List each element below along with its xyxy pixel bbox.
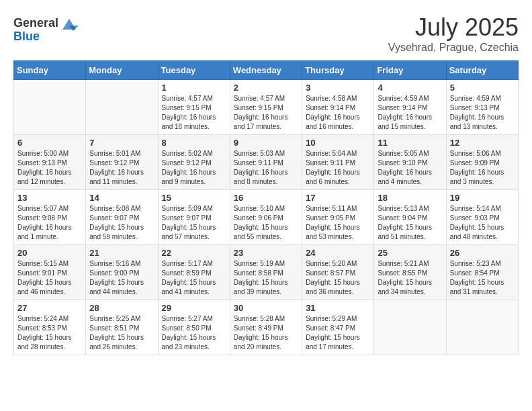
day-info: Sunrise: 5:01 AM Sunset: 9:12 PM Dayligh… xyxy=(89,149,154,187)
day-number: 8 xyxy=(162,138,226,148)
day-number: 27 xyxy=(17,303,82,313)
day-number: 15 xyxy=(162,193,226,203)
calendar-day-cell: 6Sunrise: 5:00 AM Sunset: 9:13 PM Daylig… xyxy=(14,135,86,190)
calendar-day-cell xyxy=(446,300,518,355)
day-info: Sunrise: 5:07 AM Sunset: 9:08 PM Dayligh… xyxy=(17,204,82,242)
day-number: 16 xyxy=(234,193,298,203)
calendar-day-cell: 18Sunrise: 5:13 AM Sunset: 9:04 PM Dayli… xyxy=(374,190,446,245)
day-header-monday: Monday xyxy=(86,61,158,80)
day-number: 12 xyxy=(450,138,515,148)
day-number: 2 xyxy=(234,83,298,93)
day-number: 1 xyxy=(162,83,226,93)
calendar-day-cell: 7Sunrise: 5:01 AM Sunset: 9:12 PM Daylig… xyxy=(86,135,158,190)
day-number: 14 xyxy=(89,193,154,203)
day-info: Sunrise: 5:04 AM Sunset: 9:11 PM Dayligh… xyxy=(306,149,370,187)
day-number: 17 xyxy=(306,193,370,203)
day-info: Sunrise: 4:58 AM Sunset: 9:14 PM Dayligh… xyxy=(306,94,370,132)
day-info: Sunrise: 5:05 AM Sunset: 9:10 PM Dayligh… xyxy=(378,149,442,187)
day-number: 6 xyxy=(17,138,82,148)
day-info: Sunrise: 5:08 AM Sunset: 9:07 PM Dayligh… xyxy=(89,204,154,242)
day-number: 28 xyxy=(89,303,154,313)
day-number: 20 xyxy=(17,248,82,258)
day-number: 29 xyxy=(162,303,226,313)
calendar-week-row: 27Sunrise: 5:24 AM Sunset: 8:53 PM Dayli… xyxy=(14,300,519,355)
day-info: Sunrise: 4:57 AM Sunset: 9:15 PM Dayligh… xyxy=(162,94,226,132)
calendar-day-cell: 17Sunrise: 5:11 AM Sunset: 9:05 PM Dayli… xyxy=(302,190,374,245)
day-number: 26 xyxy=(450,248,515,258)
calendar-day-cell: 20Sunrise: 5:15 AM Sunset: 9:01 PM Dayli… xyxy=(14,245,86,300)
day-header-wednesday: Wednesday xyxy=(230,61,302,80)
day-number: 11 xyxy=(378,138,442,148)
day-info: Sunrise: 5:02 AM Sunset: 9:12 PM Dayligh… xyxy=(162,149,226,187)
calendar-day-cell: 12Sunrise: 5:06 AM Sunset: 9:09 PM Dayli… xyxy=(446,135,518,190)
calendar-header-row: SundayMondayTuesdayWednesdayThursdayFrid… xyxy=(14,61,519,80)
day-info: Sunrise: 5:09 AM Sunset: 9:07 PM Dayligh… xyxy=(162,204,226,242)
day-header-sunday: Sunday xyxy=(14,61,86,80)
day-number: 23 xyxy=(234,248,298,258)
day-info: Sunrise: 4:59 AM Sunset: 9:14 PM Dayligh… xyxy=(378,94,442,132)
calendar-day-cell: 11Sunrise: 5:05 AM Sunset: 9:10 PM Dayli… xyxy=(374,135,446,190)
calendar-day-cell xyxy=(86,80,158,135)
calendar-week-row: 13Sunrise: 5:07 AM Sunset: 9:08 PM Dayli… xyxy=(14,190,519,245)
day-number: 31 xyxy=(306,303,370,313)
calendar-day-cell: 8Sunrise: 5:02 AM Sunset: 9:12 PM Daylig… xyxy=(158,135,230,190)
title-block: July 2025 Vysehrad, Prague, Czechia xyxy=(388,13,519,54)
logo: General Blue xyxy=(13,13,79,44)
logo-blue: Blue xyxy=(13,30,40,44)
month-title: July 2025 xyxy=(388,13,519,42)
calendar-day-cell xyxy=(374,300,446,355)
day-header-tuesday: Tuesday xyxy=(158,61,230,80)
calendar-day-cell: 23Sunrise: 5:19 AM Sunset: 8:58 PM Dayli… xyxy=(230,245,302,300)
day-info: Sunrise: 4:57 AM Sunset: 9:15 PM Dayligh… xyxy=(234,94,298,132)
calendar-week-row: 1Sunrise: 4:57 AM Sunset: 9:15 PM Daylig… xyxy=(14,80,519,135)
page-header: General Blue July 2025 Vysehrad, Prague,… xyxy=(13,13,519,54)
day-info: Sunrise: 5:16 AM Sunset: 9:00 PM Dayligh… xyxy=(89,259,154,297)
day-info: Sunrise: 5:23 AM Sunset: 8:54 PM Dayligh… xyxy=(450,259,515,297)
day-info: Sunrise: 5:14 AM Sunset: 9:03 PM Dayligh… xyxy=(450,204,515,242)
calendar-day-cell: 27Sunrise: 5:24 AM Sunset: 8:53 PM Dayli… xyxy=(14,300,86,355)
calendar-week-row: 20Sunrise: 5:15 AM Sunset: 9:01 PM Dayli… xyxy=(14,245,519,300)
calendar-day-cell xyxy=(14,80,86,135)
day-number: 22 xyxy=(162,248,226,258)
calendar-day-cell: 19Sunrise: 5:14 AM Sunset: 9:03 PM Dayli… xyxy=(446,190,518,245)
day-info: Sunrise: 5:06 AM Sunset: 9:09 PM Dayligh… xyxy=(450,149,515,187)
day-number: 10 xyxy=(306,138,370,148)
calendar-day-cell: 1Sunrise: 4:57 AM Sunset: 9:15 PM Daylig… xyxy=(158,80,230,135)
day-info: Sunrise: 5:27 AM Sunset: 8:50 PM Dayligh… xyxy=(162,314,226,352)
calendar-day-cell: 26Sunrise: 5:23 AM Sunset: 8:54 PM Dayli… xyxy=(446,245,518,300)
day-info: Sunrise: 5:15 AM Sunset: 9:01 PM Dayligh… xyxy=(17,259,82,297)
calendar-day-cell: 10Sunrise: 5:04 AM Sunset: 9:11 PM Dayli… xyxy=(302,135,374,190)
day-info: Sunrise: 5:00 AM Sunset: 9:13 PM Dayligh… xyxy=(17,149,82,187)
day-number: 7 xyxy=(89,138,154,148)
day-info: Sunrise: 5:20 AM Sunset: 8:57 PM Dayligh… xyxy=(306,259,370,297)
calendar-day-cell: 21Sunrise: 5:16 AM Sunset: 9:00 PM Dayli… xyxy=(86,245,158,300)
calendar-day-cell: 29Sunrise: 5:27 AM Sunset: 8:50 PM Dayli… xyxy=(158,300,230,355)
day-number: 4 xyxy=(378,83,442,93)
calendar-day-cell: 31Sunrise: 5:29 AM Sunset: 8:47 PM Dayli… xyxy=(302,300,374,355)
day-info: Sunrise: 5:25 AM Sunset: 8:51 PM Dayligh… xyxy=(89,314,154,352)
location-title: Vysehrad, Prague, Czechia xyxy=(388,42,519,54)
day-number: 30 xyxy=(234,303,298,313)
day-number: 19 xyxy=(450,193,515,203)
calendar-day-cell: 9Sunrise: 5:03 AM Sunset: 9:11 PM Daylig… xyxy=(230,135,302,190)
day-info: Sunrise: 5:28 AM Sunset: 8:49 PM Dayligh… xyxy=(234,314,298,352)
calendar-day-cell: 16Sunrise: 5:10 AM Sunset: 9:06 PM Dayli… xyxy=(230,190,302,245)
calendar-week-row: 6Sunrise: 5:00 AM Sunset: 9:13 PM Daylig… xyxy=(14,135,519,190)
day-header-friday: Friday xyxy=(374,61,446,80)
day-info: Sunrise: 4:59 AM Sunset: 9:13 PM Dayligh… xyxy=(450,94,515,132)
day-number: 25 xyxy=(378,248,442,258)
calendar-day-cell: 15Sunrise: 5:09 AM Sunset: 9:07 PM Dayli… xyxy=(158,190,230,245)
day-info: Sunrise: 5:29 AM Sunset: 8:47 PM Dayligh… xyxy=(306,314,370,352)
day-header-saturday: Saturday xyxy=(446,61,518,80)
calendar-day-cell: 22Sunrise: 5:17 AM Sunset: 8:59 PM Dayli… xyxy=(158,245,230,300)
day-number: 18 xyxy=(378,193,442,203)
calendar-day-cell: 5Sunrise: 4:59 AM Sunset: 9:13 PM Daylig… xyxy=(446,80,518,135)
day-info: Sunrise: 5:03 AM Sunset: 9:11 PM Dayligh… xyxy=(234,149,298,187)
calendar-day-cell: 13Sunrise: 5:07 AM Sunset: 9:08 PM Dayli… xyxy=(14,190,86,245)
day-number: 24 xyxy=(306,248,370,258)
calendar-day-cell: 24Sunrise: 5:20 AM Sunset: 8:57 PM Dayli… xyxy=(302,245,374,300)
calendar-day-cell: 30Sunrise: 5:28 AM Sunset: 8:49 PM Dayli… xyxy=(230,300,302,355)
day-number: 9 xyxy=(234,138,298,148)
logo-icon xyxy=(60,13,79,32)
day-info: Sunrise: 5:24 AM Sunset: 8:53 PM Dayligh… xyxy=(17,314,82,352)
